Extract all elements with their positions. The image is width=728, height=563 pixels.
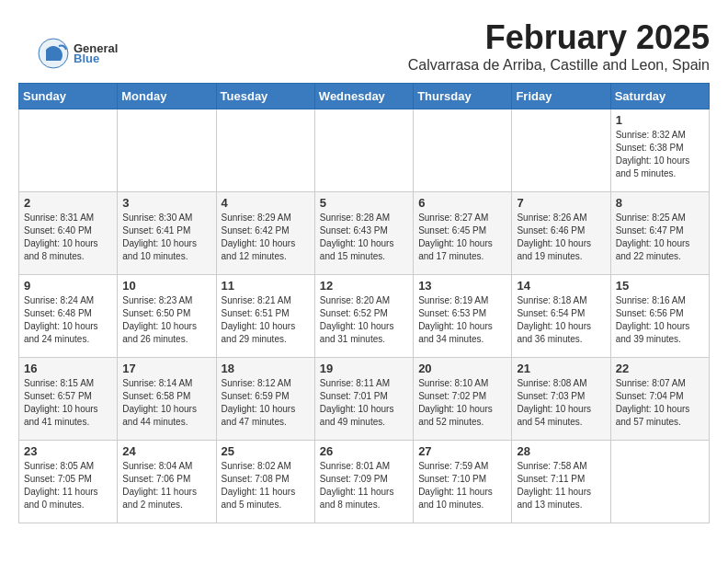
day-number: 5 (320, 196, 408, 210)
day-info: Sunrise: 8:01 AMSunset: 7:09 PMDaylight:… (320, 460, 408, 511)
day-info: Sunrise: 8:11 AMSunset: 7:01 PMDaylight:… (320, 377, 408, 429)
day-info: Sunrise: 7:59 AMSunset: 7:10 PMDaylight:… (418, 460, 506, 511)
day-info: Sunrise: 8:19 AMSunset: 6:53 PMDaylight:… (418, 294, 506, 346)
day-number: 28 (517, 444, 605, 458)
day-info: Sunrise: 7:58 AMSunset: 7:11 PMDaylight:… (517, 460, 605, 511)
logo-icon (37, 37, 70, 70)
month-year-title: February 2025 (18, 18, 710, 57)
calendar-week-row: 2Sunrise: 8:31 AMSunset: 6:40 PMDaylight… (19, 192, 710, 275)
day-number: 7 (517, 196, 605, 210)
day-number: 26 (320, 444, 408, 458)
day-info: Sunrise: 8:31 AMSunset: 6:40 PMDaylight:… (24, 212, 112, 263)
calendar-day-cell (19, 109, 118, 192)
calendar-day-cell (314, 109, 413, 192)
calendar-day-cell: 24Sunrise: 8:04 AMSunset: 7:06 PMDayligh… (118, 441, 216, 523)
day-info: Sunrise: 8:04 AMSunset: 7:06 PMDaylight:… (122, 460, 210, 511)
day-number: 11 (222, 279, 310, 293)
calendar-week-row: 23Sunrise: 8:05 AMSunset: 7:05 PMDayligh… (19, 441, 710, 523)
calendar-day-cell: 25Sunrise: 8:02 AMSunset: 7:08 PMDayligh… (216, 441, 314, 523)
header-monday: Monday (118, 84, 216, 109)
header-sunday: Sunday (19, 84, 118, 109)
calendar-day-cell: 17Sunrise: 8:14 AMSunset: 6:58 PMDayligh… (118, 358, 216, 441)
day-number: 12 (320, 279, 408, 293)
day-info: Sunrise: 8:14 AMSunset: 6:58 PMDaylight:… (122, 377, 210, 429)
day-info: Sunrise: 8:02 AMSunset: 7:08 PMDaylight:… (222, 460, 310, 511)
day-number: 2 (24, 196, 112, 210)
header-wednesday: Wednesday (314, 84, 413, 109)
day-number: 21 (517, 362, 605, 375)
day-number: 15 (616, 279, 704, 293)
day-info: Sunrise: 8:32 AMSunset: 6:38 PMDaylight:… (616, 129, 704, 180)
calendar-day-cell: 27Sunrise: 7:59 AMSunset: 7:10 PMDayligh… (414, 441, 512, 523)
day-info: Sunrise: 8:27 AMSunset: 6:45 PMDaylight:… (418, 212, 506, 263)
header-tuesday: Tuesday (216, 84, 314, 109)
calendar-day-cell: 22Sunrise: 8:07 AMSunset: 7:04 PMDayligh… (610, 358, 709, 441)
calendar-week-row: 9Sunrise: 8:24 AMSunset: 6:48 PMDaylight… (19, 275, 710, 358)
header-saturday: Saturday (610, 84, 709, 109)
day-number: 10 (122, 279, 210, 293)
calendar-day-cell (512, 109, 610, 192)
calendar-day-cell: 14Sunrise: 8:18 AMSunset: 6:54 PMDayligh… (512, 275, 610, 358)
day-number: 13 (418, 279, 506, 293)
day-number: 9 (24, 279, 112, 293)
calendar-day-cell (216, 109, 314, 192)
calendar-table: Sunday Monday Tuesday Wednesday Thursday… (18, 83, 710, 523)
calendar-day-cell (118, 109, 216, 192)
location-subtitle: Calvarrasa de Arriba, Castille and Leon,… (18, 57, 710, 74)
day-number: 27 (418, 444, 506, 458)
calendar-day-cell: 12Sunrise: 8:20 AMSunset: 6:52 PMDayligh… (314, 275, 413, 358)
calendar-day-cell: 20Sunrise: 8:10 AMSunset: 7:02 PMDayligh… (414, 358, 512, 441)
day-number: 18 (222, 362, 310, 375)
calendar-day-cell: 11Sunrise: 8:21 AMSunset: 6:51 PMDayligh… (216, 275, 314, 358)
day-info: Sunrise: 8:18 AMSunset: 6:54 PMDaylight:… (517, 294, 605, 346)
calendar-day-cell: 6Sunrise: 8:27 AMSunset: 6:45 PMDaylight… (414, 192, 512, 275)
logo: General Blue (37, 37, 118, 70)
header-thursday: Thursday (414, 84, 512, 109)
calendar-day-cell: 9Sunrise: 8:24 AMSunset: 6:48 PMDaylight… (19, 275, 118, 358)
day-number: 17 (122, 362, 210, 375)
calendar-day-cell: 23Sunrise: 8:05 AMSunset: 7:05 PMDayligh… (19, 441, 118, 523)
day-info: Sunrise: 8:08 AMSunset: 7:03 PMDaylight:… (517, 377, 605, 429)
day-number: 23 (24, 444, 112, 458)
calendar-day-cell: 15Sunrise: 8:16 AMSunset: 6:56 PMDayligh… (610, 275, 709, 358)
day-number: 19 (320, 362, 408, 375)
day-number: 8 (616, 196, 704, 210)
calendar-day-cell: 2Sunrise: 8:31 AMSunset: 6:40 PMDaylight… (19, 192, 118, 275)
day-number: 6 (418, 196, 506, 210)
calendar-week-row: 16Sunrise: 8:15 AMSunset: 6:57 PMDayligh… (19, 358, 710, 441)
day-number: 20 (418, 362, 506, 375)
calendar-day-cell: 28Sunrise: 7:58 AMSunset: 7:11 PMDayligh… (512, 441, 610, 523)
day-number: 22 (616, 362, 704, 375)
day-info: Sunrise: 8:30 AMSunset: 6:41 PMDaylight:… (122, 212, 210, 263)
calendar-day-cell: 16Sunrise: 8:15 AMSunset: 6:57 PMDayligh… (19, 358, 118, 441)
calendar-day-cell: 8Sunrise: 8:25 AMSunset: 6:47 PMDaylight… (610, 192, 709, 275)
weekday-header-row: Sunday Monday Tuesday Wednesday Thursday… (19, 84, 710, 109)
calendar-day-cell: 10Sunrise: 8:23 AMSunset: 6:50 PMDayligh… (118, 275, 216, 358)
calendar-day-cell: 5Sunrise: 8:28 AMSunset: 6:43 PMDaylight… (314, 192, 413, 275)
calendar-day-cell: 1Sunrise: 8:32 AMSunset: 6:38 PMDaylight… (610, 109, 709, 192)
calendar-day-cell: 4Sunrise: 8:29 AMSunset: 6:42 PMDaylight… (216, 192, 314, 275)
day-info: Sunrise: 8:21 AMSunset: 6:51 PMDaylight:… (222, 294, 310, 346)
day-number: 25 (222, 444, 310, 458)
day-info: Sunrise: 8:29 AMSunset: 6:42 PMDaylight:… (222, 212, 310, 263)
day-info: Sunrise: 8:05 AMSunset: 7:05 PMDaylight:… (24, 460, 112, 511)
calendar-day-cell: 3Sunrise: 8:30 AMSunset: 6:41 PMDaylight… (118, 192, 216, 275)
day-info: Sunrise: 8:24 AMSunset: 6:48 PMDaylight:… (24, 294, 112, 346)
calendar-week-row: 1Sunrise: 8:32 AMSunset: 6:38 PMDaylight… (19, 109, 710, 192)
day-info: Sunrise: 8:15 AMSunset: 6:57 PMDaylight:… (24, 377, 112, 429)
day-info: Sunrise: 8:20 AMSunset: 6:52 PMDaylight:… (320, 294, 408, 346)
calendar-day-cell: 13Sunrise: 8:19 AMSunset: 6:53 PMDayligh… (414, 275, 512, 358)
calendar-day-cell (610, 441, 709, 523)
calendar-day-cell: 7Sunrise: 8:26 AMSunset: 6:46 PMDaylight… (512, 192, 610, 275)
day-number: 3 (122, 196, 210, 210)
calendar-day-cell: 21Sunrise: 8:08 AMSunset: 7:03 PMDayligh… (512, 358, 610, 441)
day-info: Sunrise: 8:16 AMSunset: 6:56 PMDaylight:… (616, 294, 704, 346)
day-info: Sunrise: 8:25 AMSunset: 6:47 PMDaylight:… (616, 212, 704, 263)
day-number: 16 (24, 362, 112, 375)
day-info: Sunrise: 8:10 AMSunset: 7:02 PMDaylight:… (418, 377, 506, 429)
day-info: Sunrise: 8:26 AMSunset: 6:46 PMDaylight:… (517, 212, 605, 263)
calendar-day-cell: 26Sunrise: 8:01 AMSunset: 7:09 PMDayligh… (314, 441, 413, 523)
header-friday: Friday (512, 84, 610, 109)
calendar-day-cell: 19Sunrise: 8:11 AMSunset: 7:01 PMDayligh… (314, 358, 413, 441)
day-number: 1 (616, 113, 704, 127)
